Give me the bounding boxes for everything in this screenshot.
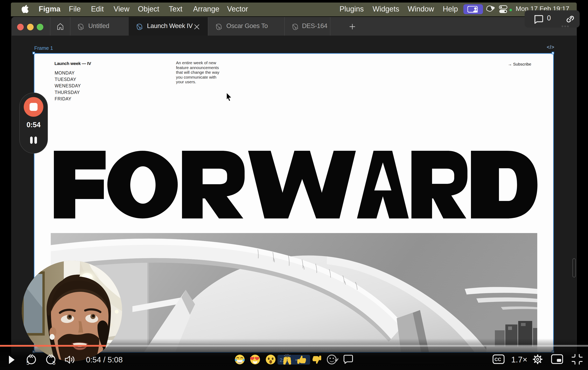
svg-text:CC: CC: [494, 357, 501, 362]
svg-text:5: 5: [52, 360, 55, 365]
svg-text:5: 5: [26, 360, 29, 365]
